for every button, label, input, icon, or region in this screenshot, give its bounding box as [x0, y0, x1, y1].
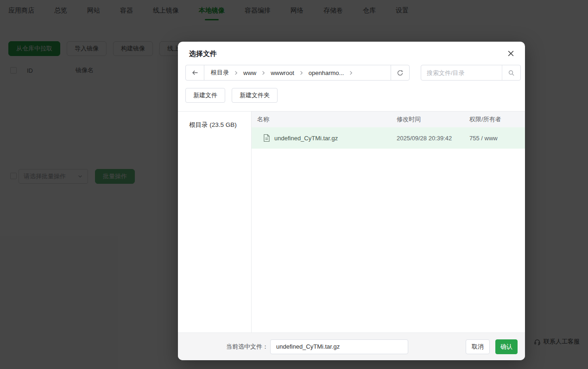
file-list-panel: 名称 修改时间 权限/所有者 undefined_CyTMi.tar.gz 20…	[252, 112, 525, 332]
modified-column-header: 修改时间	[391, 115, 464, 124]
cancel-button[interactable]: 取消	[466, 339, 490, 354]
new-folder-button[interactable]: 新建文件夹	[232, 88, 278, 103]
dialog-title: 选择文件	[189, 50, 217, 58]
breadcrumb-root[interactable]: 根目录	[206, 69, 234, 77]
file-picker-dialog: 选择文件 根目录 www wwwroot openharmo...	[178, 42, 525, 360]
directory-sidebar: 根目录 (23.5 GB)	[178, 112, 252, 332]
name-column-header: 名称	[252, 115, 391, 124]
chevron-right-icon	[261, 70, 266, 75]
search-icon[interactable]	[502, 65, 520, 80]
path-breadcrumb-bar: 根目录 www wwwroot openharmo...	[185, 65, 410, 81]
create-buttons: 新建文件 新建文件夹	[185, 88, 278, 103]
permission-column-header: 权限/所有者	[464, 115, 525, 124]
breadcrumb-www[interactable]: www	[239, 69, 261, 76]
breadcrumb-wwwroot[interactable]: wwwroot	[266, 69, 299, 76]
sidebar-root-directory[interactable]: 根目录 (23.5 GB)	[178, 119, 251, 131]
file-icon	[263, 134, 270, 142]
chevron-right-icon	[348, 70, 354, 75]
file-table-header: 名称 修改时间 权限/所有者	[252, 112, 525, 127]
file-name: undefined_CyTMi.tar.gz	[274, 135, 338, 142]
chevron-right-icon	[234, 70, 239, 75]
screen: 应用商店 总览 网站 容器 线上镜像 本地镜像 容器编排 网络 存储卷 仓库 设…	[0, 0, 588, 369]
chevron-right-icon	[299, 70, 304, 75]
file-row-selected[interactable]: undefined_CyTMi.tar.gz 2025/09/28 20:39:…	[252, 127, 525, 149]
close-icon[interactable]	[505, 47, 517, 59]
dialog-footer: 当前选中文件： 取消 确认	[178, 332, 525, 360]
selected-file-label: 当前选中文件：	[226, 343, 268, 351]
confirm-button[interactable]: 确认	[495, 339, 518, 354]
back-button[interactable]	[186, 65, 204, 80]
file-modified-time: 2025/09/28 20:39:42	[391, 135, 464, 142]
selected-file-input[interactable]	[270, 339, 408, 354]
breadcrumb-openharmo[interactable]: openharmo...	[304, 69, 349, 76]
search-bar	[421, 65, 521, 81]
file-permission-owner: 755 / www	[464, 135, 525, 142]
breadcrumb: 根目录 www wwwroot openharmo...	[204, 65, 391, 80]
search-input[interactable]	[421, 65, 502, 80]
file-browser-body: 根目录 (23.5 GB) 名称 修改时间 权限/所有者 unde	[178, 111, 525, 332]
refresh-icon[interactable]	[391, 65, 409, 80]
new-file-button[interactable]: 新建文件	[185, 88, 225, 103]
